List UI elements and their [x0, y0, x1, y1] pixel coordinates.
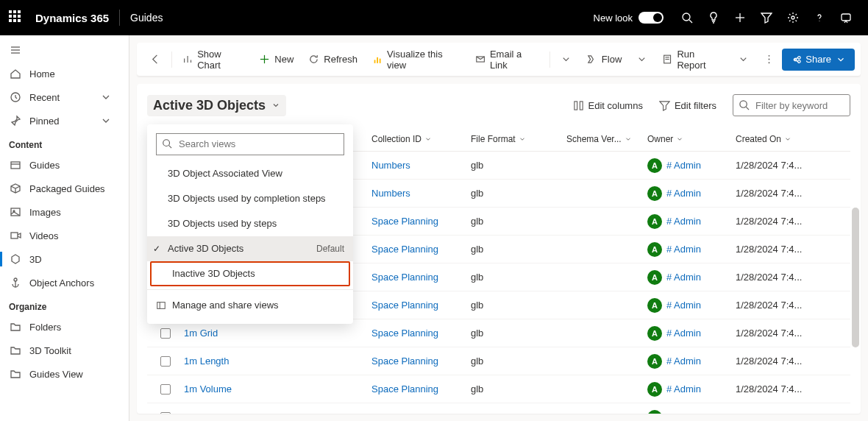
search-views-input[interactable] — [156, 133, 344, 155]
lightbulb-icon[interactable] — [700, 0, 727, 35]
avatar: A — [647, 186, 662, 201]
assistant-icon[interactable] — [833, 0, 859, 35]
col-format[interactable]: File Format — [471, 134, 566, 144]
collection-cell[interactable]: Space Planning — [371, 355, 438, 367]
owner-cell[interactable]: A# Admin — [647, 186, 736, 201]
row-checkbox[interactable] — [160, 356, 171, 367]
owner-cell[interactable]: A# Admin — [647, 354, 736, 369]
collection-cell[interactable]: Numbers — [371, 411, 410, 414]
col-created[interactable]: Created On — [736, 134, 805, 144]
add-icon[interactable] — [727, 0, 753, 35]
sidebar-item-videos[interactable]: Videos — [0, 224, 129, 247]
edit-filters-button[interactable]: Edit filters — [659, 100, 716, 111]
app-name[interactable]: Guides — [130, 12, 163, 24]
filter-icon[interactable] — [753, 0, 780, 35]
flow-more[interactable] — [629, 48, 655, 71]
collection-cell[interactable]: Space Planning — [371, 216, 438, 227]
row-checkbox[interactable] — [160, 384, 171, 395]
name-cell[interactable]: 1m Volume — [184, 383, 232, 395]
owner-cell[interactable]: A# Admin — [647, 242, 736, 257]
sidebar-item-images[interactable]: Images — [0, 200, 129, 224]
app-launcher-icon[interactable] — [9, 10, 24, 25]
share-button[interactable]: Share — [782, 49, 855, 71]
col-owner[interactable]: Owner — [647, 134, 736, 144]
overflow-button[interactable] — [756, 48, 782, 71]
created-cell: 1/28/2024 7:4... — [736, 188, 805, 199]
manage-views-button[interactable]: Manage and share views — [147, 293, 353, 318]
visualize-button[interactable]: Visualize this view — [365, 48, 468, 71]
row-checkbox[interactable] — [160, 328, 171, 339]
search-icon[interactable] — [674, 0, 700, 35]
email-link-more[interactable] — [553, 48, 579, 71]
collection-cell[interactable]: Space Planning — [371, 300, 438, 311]
owner-cell[interactable]: A# Admin — [647, 298, 736, 313]
owner-cell[interactable]: A# Admin — [647, 326, 736, 341]
collection-cell[interactable]: Space Planning — [371, 383, 438, 395]
view-option[interactable]: 3D Objects used by completion steps — [147, 186, 353, 211]
sidebar-item-recent[interactable]: Recent — [0, 85, 129, 109]
new-look-toggle[interactable]: New look — [594, 12, 664, 24]
gear-icon[interactable] — [780, 0, 806, 35]
svg-point-27 — [769, 62, 770, 63]
sidebar-item-pinned[interactable]: Pinned — [0, 109, 129, 132]
svg-line-35 — [746, 107, 749, 110]
name-cell[interactable]: 1m Grid — [184, 328, 218, 339]
created-cell: 1/28/2024 7:4... — [736, 411, 805, 414]
flow-button[interactable]: Flow — [579, 48, 629, 71]
show-chart-button[interactable]: Show Chart — [175, 48, 252, 71]
created-cell: 1/28/2024 7:4... — [736, 355, 805, 367]
report-more[interactable] — [730, 48, 756, 71]
refresh-button[interactable]: Refresh — [301, 48, 365, 71]
col-schema[interactable]: Schema Ver... — [566, 134, 647, 144]
view-dropdown: 3D Object Associated View 3D Objects use… — [147, 124, 353, 324]
avatar: A — [647, 214, 662, 229]
name-cell[interactable]: 1m Length — [184, 355, 229, 367]
collection-cell[interactable]: Numbers — [371, 160, 410, 171]
view-option-active[interactable]: ✓Active 3D ObjectsDefault — [147, 236, 353, 261]
owner-cell[interactable]: A# Admin — [647, 270, 736, 285]
sidebar-item-guides[interactable]: Guides — [0, 153, 129, 177]
run-report-button[interactable]: Run Report — [655, 48, 730, 71]
owner-cell[interactable]: A# Admin — [647, 158, 736, 173]
sidebar-item-toolkit[interactable]: 3D Toolkit — [0, 339, 129, 362]
sidebar-item-anchors[interactable]: Object Anchors — [0, 271, 129, 294]
sidebar-item-3d[interactable]: 3D — [0, 247, 129, 271]
name-cell[interactable]: 2 — [184, 411, 189, 414]
table-row[interactable]: 1m Volume Space Planning glb A# Admin 1/… — [147, 375, 850, 403]
created-cell: 1/28/2024 7:4... — [736, 383, 805, 395]
email-link-button[interactable]: Email a Link — [468, 48, 547, 71]
sidebar-item-packaged[interactable]: Packaged Guides — [0, 177, 129, 200]
toggle-switch[interactable] — [638, 12, 664, 24]
collection-cell[interactable]: Space Planning — [371, 328, 438, 339]
view-selector[interactable]: Active 3D Objects — [147, 95, 286, 116]
collection-cell[interactable]: Space Planning — [371, 244, 438, 255]
edit-columns-button[interactable]: Edit columns — [573, 100, 643, 111]
svg-point-26 — [769, 59, 770, 60]
scrollbar[interactable] — [852, 208, 859, 347]
row-checkbox[interactable] — [160, 412, 171, 414]
main-area: Show Chart New Refresh Visualize this vi… — [129, 35, 868, 421]
view-option[interactable]: 3D Objects used by steps — [147, 211, 353, 236]
table-row[interactable]: 2 Numbers glb A# Admin 1/28/2024 7:4... — [147, 403, 850, 414]
owner-cell[interactable]: A# Admin — [647, 382, 736, 397]
sidebar-item-home[interactable]: Home — [0, 62, 129, 85]
table-row[interactable]: 1m Grid Space Planning glb A# Admin 1/28… — [147, 319, 850, 347]
sidebar-item-guides-view[interactable]: Guides View — [0, 362, 129, 386]
table-row[interactable]: 1m Length Space Planning glb A# Admin 1/… — [147, 347, 850, 375]
new-button[interactable]: New — [252, 48, 301, 71]
view-option-inactive[interactable]: Inactive 3D Objects — [150, 261, 350, 286]
owner-cell[interactable]: A# Admin — [647, 410, 736, 414]
owner-cell[interactable]: A# Admin — [647, 214, 736, 229]
help-icon[interactable] — [806, 0, 833, 35]
collection-cell[interactable]: Space Planning — [371, 272, 438, 283]
sidebar-section-content: Content — [0, 132, 129, 153]
col-collection[interactable]: Collection ID — [371, 134, 471, 144]
svg-point-0 — [683, 13, 690, 21]
back-button[interactable] — [143, 48, 168, 71]
menu-toggle[interactable] — [0, 38, 129, 62]
sidebar-item-folders[interactable]: Folders — [0, 315, 129, 339]
collection-cell[interactable]: Numbers — [371, 188, 410, 199]
svg-rect-19 — [377, 57, 378, 63]
filter-keyword-input[interactable] — [733, 94, 850, 116]
view-option[interactable]: 3D Object Associated View — [147, 161, 353, 186]
